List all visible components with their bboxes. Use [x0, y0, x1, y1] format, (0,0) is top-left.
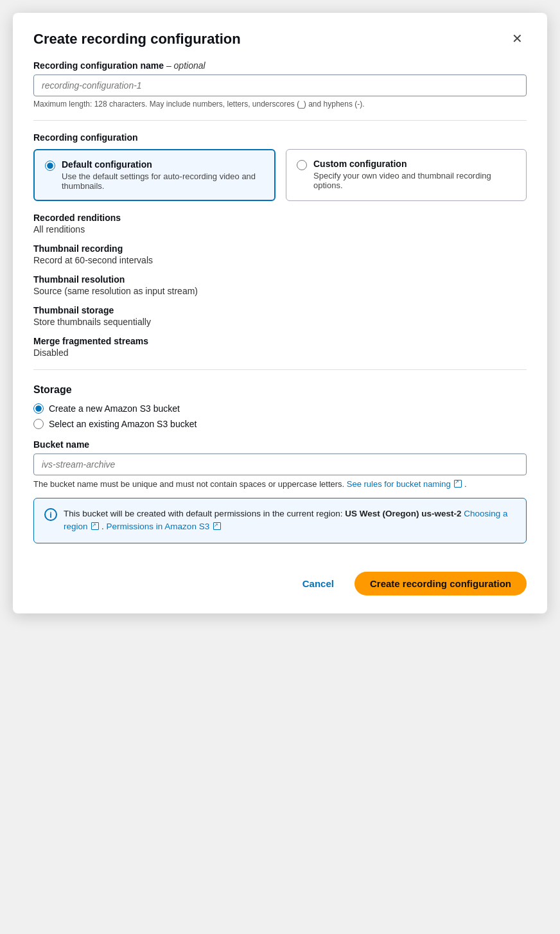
custom-config-radio[interactable]	[297, 160, 307, 170]
divider-2	[33, 369, 527, 370]
custom-config-card[interactable]: Custom configuration Specify your own vi…	[286, 149, 527, 201]
recording-config-name-input[interactable]	[33, 75, 527, 96]
name-helper-text: Maximum length: 128 characters. May incl…	[33, 100, 527, 109]
default-config-card[interactable]: Default configuration Use the default se…	[33, 149, 276, 201]
recorded-renditions-value: All renditions	[33, 224, 527, 234]
info-icon: i	[44, 508, 57, 521]
modal-footer: Cancel Create recording configuration	[33, 561, 527, 595]
thumbnail-recording-row: Thumbnail recording Record at 60-second …	[33, 243, 527, 265]
modal-header: Create recording configuration ✕	[33, 31, 527, 48]
name-field-label: Recording configuration name – optional	[33, 60, 527, 71]
recording-config-section: Recording configuration Default configur…	[33, 132, 527, 201]
default-config-radio[interactable]	[45, 161, 55, 171]
region-text: US West (Oregon) us-west-2	[345, 509, 461, 518]
optional-label: – optional	[166, 60, 206, 71]
new-bucket-label: Create a new Amazon S3 bucket	[49, 403, 180, 414]
external-link-icon	[454, 480, 462, 488]
info-box-text: This bucket will be created with default…	[64, 507, 516, 534]
thumbnail-storage-row: Thumbnail storage Store thumbnails seque…	[33, 305, 527, 327]
bucket-name-input[interactable]	[33, 454, 527, 475]
existing-bucket-label: Select an existing Amazon S3 bucket	[49, 419, 197, 429]
external-link-icon-3	[213, 522, 221, 530]
recording-config-radio-group: Default configuration Use the default se…	[33, 149, 527, 201]
thumbnail-recording-label: Thumbnail recording	[33, 243, 527, 254]
details-section: Recorded renditions All renditions Thumb…	[33, 213, 527, 358]
bucket-name-label: Bucket name	[33, 439, 527, 450]
cancel-button[interactable]: Cancel	[292, 573, 344, 594]
permissions-amazon-s3-link[interactable]: Permissions in Amazon S3	[107, 522, 221, 531]
default-config-desc: Use the default settings for auto-record…	[62, 172, 264, 191]
close-button[interactable]: ✕	[508, 31, 527, 46]
thumbnail-resolution-row: Thumbnail resolution Source (same resolu…	[33, 274, 527, 296]
merge-fragmented-label: Merge fragmented streams	[33, 336, 527, 346]
custom-config-desc: Specify your own video and thumbnail rec…	[313, 171, 516, 190]
storage-section: Storage Create a new Amazon S3 bucket Se…	[33, 382, 527, 543]
create-recording-modal: Create recording configuration ✕ Recordi…	[13, 13, 547, 613]
storage-section-label: Storage	[33, 384, 527, 396]
create-recording-config-button[interactable]: Create recording configuration	[354, 572, 527, 595]
thumbnail-resolution-label: Thumbnail resolution	[33, 274, 527, 285]
existing-bucket-option[interactable]: Select an existing Amazon S3 bucket	[33, 419, 527, 429]
new-bucket-option[interactable]: Create a new Amazon S3 bucket	[33, 403, 527, 414]
custom-config-title: Custom configuration	[313, 159, 516, 169]
existing-bucket-radio[interactable]	[33, 419, 44, 429]
recording-config-label: Recording configuration	[33, 132, 527, 143]
thumbnail-storage-label: Thumbnail storage	[33, 305, 527, 315]
thumbnail-storage-value: Store thumbnails sequentially	[33, 317, 527, 327]
divider-1	[33, 120, 527, 121]
default-config-title: Default configuration	[62, 159, 264, 170]
new-bucket-radio[interactable]	[33, 403, 44, 414]
thumbnail-recording-value: Record at 60-second intervals	[33, 255, 527, 265]
external-link-icon-2	[91, 522, 99, 530]
recorded-renditions-row: Recorded renditions All renditions	[33, 213, 527, 234]
merge-fragmented-value: Disabled	[33, 348, 527, 358]
bucket-naming-rules-link[interactable]: See rules for bucket naming	[347, 479, 464, 489]
recorded-renditions-label: Recorded renditions	[33, 213, 527, 223]
info-box: i This bucket will be created with defau…	[33, 498, 527, 543]
thumbnail-resolution-value: Source (same resolution as input stream)	[33, 286, 527, 296]
modal-title: Create recording configuration	[33, 31, 241, 48]
name-field-section: Recording configuration name – optional …	[33, 60, 527, 109]
bucket-helper-text: The bucket name must be unique and must …	[33, 479, 527, 489]
merge-fragmented-row: Merge fragmented streams Disabled	[33, 336, 527, 358]
